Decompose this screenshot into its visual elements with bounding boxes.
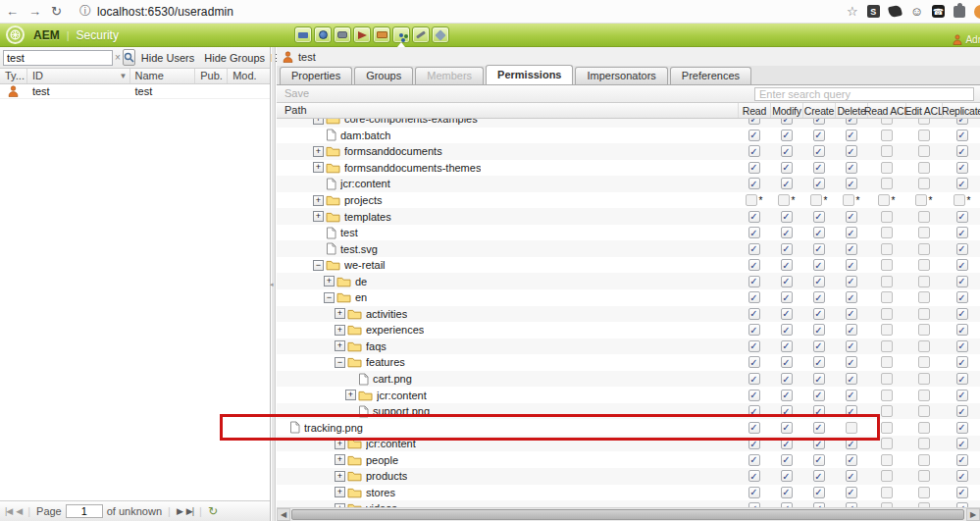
next-page-icon[interactable]: ▶: [177, 506, 182, 516]
checkbox-checked[interactable]: ✓: [813, 454, 825, 466]
tree-row-formsanddocuments[interactable]: +formsanddocuments✓✓✓✓✓: [277, 143, 980, 160]
checkbox-checked[interactable]: ✓: [813, 324, 825, 336]
user-search-input[interactable]: [3, 50, 113, 66]
checkbox-unchecked[interactable]: [881, 324, 893, 336]
checkbox-checked[interactable]: ✓: [956, 454, 968, 466]
checkbox-checked[interactable]: ✓: [748, 145, 760, 157]
checkbox-checked[interactable]: ✓: [956, 178, 968, 189]
checkbox-unchecked[interactable]: [881, 119, 893, 125]
checkbox-unchecked[interactable]: [918, 438, 930, 449]
expand-icon[interactable]: +: [335, 325, 345, 336]
hide-groups-button[interactable]: Hide Groups: [204, 52, 265, 64]
checkbox-unchecked[interactable]: [918, 130, 930, 141]
checkbox-unchecked[interactable]: [918, 324, 930, 336]
checkbox-checked[interactable]: ✓: [781, 130, 793, 141]
column-header-mod[interactable]: Mod.: [228, 69, 270, 83]
checkbox-checked[interactable]: ✓: [846, 291, 857, 303]
checkbox-checked[interactable]: ✓: [781, 308, 793, 320]
reload-icon[interactable]: ↻: [51, 1, 62, 23]
checkbox-checked[interactable]: ✓: [748, 454, 760, 466]
checkbox-checked[interactable]: ✓: [781, 405, 793, 417]
checkbox-unchecked[interactable]: [846, 422, 857, 434]
checkbox-checked[interactable]: ✓: [956, 470, 968, 482]
checkbox-checked[interactable]: ✓: [781, 276, 793, 287]
checkbox-checked[interactable]: ✓: [846, 373, 857, 385]
column-header-id[interactable]: ID ▼: [27, 69, 130, 83]
checkbox-checked[interactable]: ✓: [748, 405, 760, 417]
checkbox-checked[interactable]: ✓: [956, 145, 968, 157]
checkbox-checked[interactable]: ✓: [748, 276, 760, 287]
checkbox-checked[interactable]: ✓: [846, 487, 857, 498]
tab-properties[interactable]: Properties: [280, 67, 352, 84]
checkbox-checked[interactable]: ✓: [781, 145, 793, 157]
column-header-pub[interactable]: Pub.: [195, 69, 228, 83]
checkbox-checked[interactable]: ✓: [748, 356, 760, 368]
checkbox-checked[interactable]: ✓: [956, 356, 968, 368]
checkbox-unchecked[interactable]: [881, 308, 893, 320]
checkbox-checked[interactable]: ✓: [813, 211, 825, 223]
checkbox-checked[interactable]: ✓: [813, 487, 825, 498]
checkbox-checked[interactable]: ✓: [781, 454, 793, 466]
checkbox-checked[interactable]: ✓: [748, 243, 760, 255]
forward-icon[interactable]: →: [28, 1, 41, 23]
tab-permissions[interactable]: Permissions: [486, 65, 573, 84]
checkbox-checked[interactable]: ✓: [748, 178, 760, 189]
checkbox-checked[interactable]: ✓: [748, 211, 760, 223]
column-header-modify[interactable]: Modify: [770, 103, 802, 118]
checkbox-unchecked[interactable]: [881, 340, 893, 352]
checkbox-unchecked[interactable]: [881, 390, 893, 401]
ink-extension-icon[interactable]: [888, 5, 903, 18]
checkbox-checked[interactable]: ✓: [956, 243, 968, 255]
checkbox-checked[interactable]: ✓: [813, 145, 825, 157]
checkbox-unchecked[interactable]: [918, 211, 930, 223]
tree-row-en[interactable]: −en✓✓✓✓✓: [277, 289, 980, 306]
checkbox-checked[interactable]: ✓: [846, 276, 857, 287]
expand-icon[interactable]: +: [345, 390, 356, 400]
checkbox-checked[interactable]: ✓: [781, 373, 793, 385]
checkbox-checked[interactable]: ✓: [748, 130, 760, 141]
checkbox-checked[interactable]: ✓: [813, 356, 825, 368]
checkbox-checked[interactable]: ✓: [956, 405, 968, 417]
checkbox-unchecked[interactable]: [881, 373, 893, 385]
checkbox-checked[interactable]: ✓: [781, 340, 793, 352]
console-campaigns-icon[interactable]: [334, 26, 351, 43]
checkbox-checked[interactable]: ✓: [781, 422, 793, 434]
checkbox-unchecked[interactable]: [881, 470, 893, 482]
back-icon[interactable]: ←: [6, 1, 19, 23]
checkbox-checked[interactable]: ✓: [748, 259, 760, 271]
checkbox-checked[interactable]: ✓: [781, 356, 793, 368]
tree-row-tracking-png[interactable]: +tracking.png✓✓✓✓: [277, 419, 980, 436]
checkbox-unchecked[interactable]: [881, 211, 893, 223]
checkbox-checked[interactable]: ✓: [846, 324, 857, 336]
scrollbar-thumb[interactable]: [291, 509, 964, 520]
scroll-left-icon[interactable]: ◀: [277, 508, 290, 521]
checkbox-checked[interactable]: ✓: [956, 276, 968, 287]
tree-row-videos[interactable]: +videos✓✓✓✓✓: [277, 500, 980, 507]
checkbox-checked[interactable]: ✓: [813, 130, 825, 141]
tree-row-cart-png[interactable]: +cart.png✓✓✓✓✓: [277, 371, 980, 388]
checkbox-checked[interactable]: ✓: [956, 291, 968, 303]
checkbox-checked[interactable]: ✓: [846, 243, 857, 255]
checkbox-unchecked[interactable]: [918, 487, 930, 498]
checkbox-checked[interactable]: ✓: [781, 390, 793, 401]
tree-row-features[interactable]: −features✓✓✓✓✓: [277, 354, 980, 371]
expand-icon[interactable]: +: [335, 454, 345, 465]
checkbox-checked[interactable]: ✓: [748, 340, 760, 352]
expand-icon[interactable]: +: [313, 211, 324, 222]
console-security-icon[interactable]: [392, 26, 410, 43]
checkbox-checked[interactable]: ✓: [956, 390, 968, 401]
checkbox-checked[interactable]: ✓: [781, 162, 793, 174]
checkbox-checked[interactable]: ✓: [956, 227, 968, 238]
checkbox-checked[interactable]: ✓: [748, 119, 760, 125]
checkbox-checked[interactable]: ✓: [748, 487, 760, 498]
tree-row-de[interactable]: +de✓✓✓✓✓: [277, 273, 980, 289]
checkbox-unchecked[interactable]: [918, 405, 930, 417]
phone-extension-icon[interactable]: ☎: [932, 5, 945, 18]
tree-row-core-components-examples[interactable]: +core-components-examples✓✓✓✓✓: [277, 119, 980, 128]
checkbox-checked[interactable]: ✓: [956, 373, 968, 385]
checkbox-checked[interactable]: ✓: [846, 211, 857, 223]
expand-icon[interactable]: +: [324, 276, 335, 287]
smiley-extension-icon[interactable]: ☺: [910, 5, 923, 18]
expand-icon[interactable]: +: [313, 195, 324, 206]
column-header-path[interactable]: Path: [277, 103, 738, 118]
